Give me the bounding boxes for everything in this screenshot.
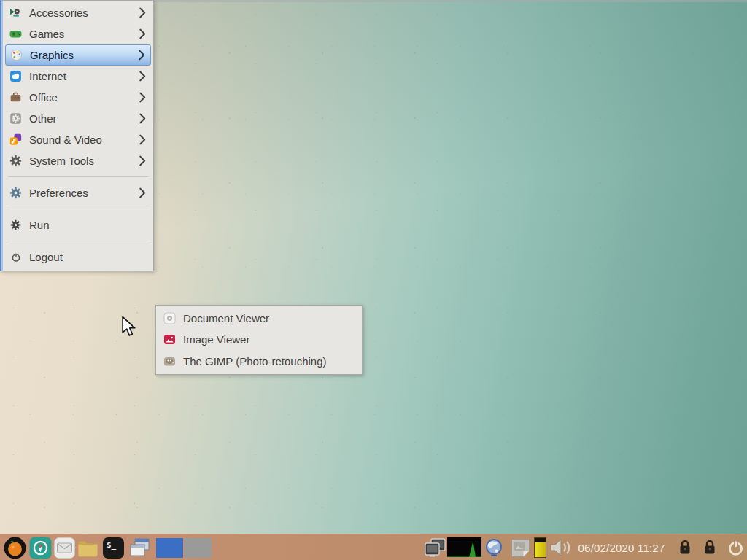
app-menu-button[interactable] [4, 537, 26, 559]
menu-separator [5, 203, 151, 214]
office-icon [9, 91, 22, 104]
menu-item-graphics[interactable]: Graphics [5, 44, 151, 66]
pager-desktop-2[interactable] [185, 538, 212, 558]
submenu-item-gimp[interactable]: The GIMP (Photo-retouching) [159, 351, 359, 372]
cpu-monitor-tray[interactable] [447, 537, 481, 557]
menu-item-label: System Tools [29, 155, 131, 167]
menu-item-office[interactable]: Office [5, 87, 151, 108]
sound-video-icon [9, 133, 22, 146]
taskbar: $_ 06/02/2020 11:27 [0, 534, 747, 560]
lock-tray-icon[interactable] [678, 537, 692, 559]
power-button[interactable] [727, 537, 744, 559]
menu-item-label: Sound & Video [29, 133, 131, 146]
chevron-right-icon [139, 71, 147, 82]
chevron-right-icon [139, 92, 147, 103]
menu-item-label: Logout [29, 251, 147, 263]
menu-item-label: Other [29, 112, 131, 125]
mouse-cursor [121, 316, 140, 341]
menu-item-label: Accessories [29, 7, 131, 19]
menu-item-games[interactable]: Games [5, 23, 151, 44]
file-manager-launcher[interactable] [77, 537, 99, 559]
menu-item-label: Graphics [30, 49, 131, 61]
chevron-right-icon [139, 134, 147, 145]
other-icon [9, 112, 22, 125]
menu-item-label: Preferences [29, 187, 131, 199]
terminal-icon: $_ [103, 537, 124, 559]
clock-text: 06/02/2020 11:27 [578, 542, 665, 554]
application-menu: Accessories Games Graphics Internet Offi… [0, 0, 154, 271]
games-icon [9, 28, 22, 40]
graphics-icon [10, 49, 23, 61]
chevron-right-icon [139, 155, 147, 166]
accessories-icon [9, 7, 22, 19]
chevron-right-icon [139, 113, 147, 124]
system-tools-icon [9, 155, 22, 167]
document-viewer-icon [163, 312, 176, 324]
menu-item-internet[interactable]: Internet [5, 66, 151, 87]
submenu-item-label: Document Viewer [183, 312, 355, 324]
display-settings-tray-icon[interactable] [424, 537, 446, 559]
graphics-submenu: Document Viewer Image Viewer The GIMP (P… [155, 305, 363, 375]
menu-item-other[interactable]: Other [5, 108, 151, 129]
menu-item-label: Run [29, 219, 147, 231]
run-icon [9, 219, 22, 231]
network-globe-tray-icon[interactable] [484, 537, 504, 559]
pager-desktop-1[interactable] [156, 538, 183, 558]
submenu-item-label: Image Viewer [183, 333, 355, 346]
menu-item-preferences[interactable]: Preferences [5, 182, 151, 203]
window-list-button[interactable] [128, 537, 151, 559]
gimp-icon [163, 355, 176, 368]
terminal-launcher[interactable]: $_ [103, 537, 124, 559]
clipboard-tray-icon[interactable] [510, 537, 531, 559]
web-browser-launcher[interactable] [29, 537, 52, 559]
menu-item-accessories[interactable]: Accessories [5, 2, 151, 23]
logout-icon [9, 251, 22, 263]
battery-tray-icon[interactable] [534, 537, 546, 558]
image-viewer-icon [163, 333, 176, 346]
menu-item-run[interactable]: Run [5, 214, 151, 236]
clock[interactable]: 06/02/2020 11:27 [573, 537, 670, 559]
menu-item-logout[interactable]: Logout [5, 246, 151, 268]
lock-tray-icon-2[interactable] [703, 537, 717, 559]
menu-separator [5, 171, 151, 182]
menu-item-sound-video[interactable]: Sound & Video [5, 129, 151, 150]
submenu-item-label: The GIMP (Photo-retouching) [183, 355, 355, 368]
menu-item-system-tools[interactable]: System Tools [5, 150, 151, 171]
preferences-icon [9, 187, 22, 199]
chevron-right-icon [138, 50, 146, 61]
menu-item-label: Games [29, 28, 131, 40]
mail-launcher[interactable] [54, 537, 75, 559]
submenu-item-image-viewer[interactable]: Image Viewer [159, 329, 359, 350]
menu-item-label: Office [29, 91, 131, 104]
submenu-item-document-viewer[interactable]: Document Viewer [159, 308, 359, 329]
chevron-right-icon [139, 7, 147, 18]
chevron-right-icon [139, 187, 147, 198]
chevron-right-icon [139, 28, 147, 39]
menu-item-label: Internet [29, 70, 131, 82]
menu-separator [5, 236, 151, 246]
volume-tray-icon[interactable] [549, 537, 572, 559]
internet-icon [9, 70, 22, 82]
